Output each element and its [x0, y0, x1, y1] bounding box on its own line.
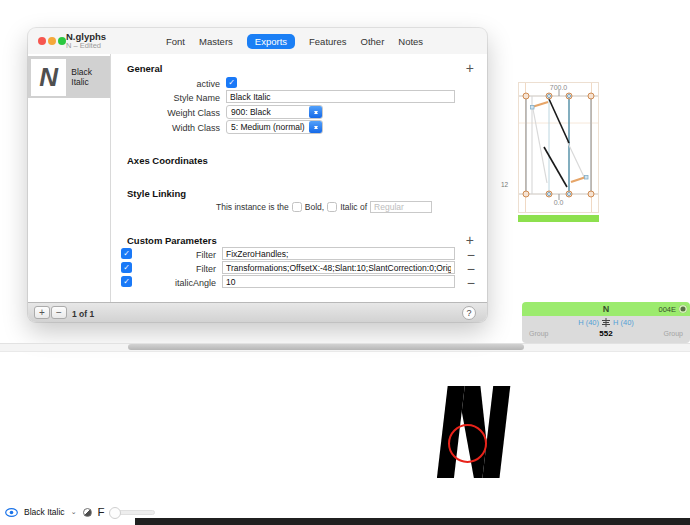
- minimize-window-button[interactable]: [48, 37, 56, 45]
- window-footer: + − 1 of 1 ?: [28, 302, 487, 322]
- left-kerning-value[interactable]: H (40): [578, 318, 599, 327]
- instance-settings-window: N.glyphs N – Edited Font Masters Exports…: [28, 28, 487, 322]
- window-subtitle: N – Edited: [66, 42, 106, 50]
- tab-features[interactable]: Features: [309, 36, 347, 47]
- tab-font[interactable]: Font: [166, 36, 185, 47]
- left-sidebearing-value: 12: [501, 181, 508, 188]
- parameter-value-input[interactable]: [222, 275, 455, 288]
- tab-exports[interactable]: Exports: [247, 34, 295, 49]
- sidebar-item-black-italic[interactable]: N Black Italic: [28, 56, 110, 98]
- right-group-label[interactable]: Group: [664, 330, 683, 337]
- preview-divider-bar: [135, 518, 690, 525]
- weight-class-value: 900: Black: [227, 107, 309, 117]
- tab-notes[interactable]: Notes: [398, 36, 423, 47]
- tab-bar: Font Masters Exports Features Other Note…: [166, 33, 423, 49]
- link-target-input[interactable]: [370, 201, 432, 213]
- zoom-window-button[interactable]: [58, 37, 66, 45]
- glyph-metrics-panel: H (40) H (40) Group 552 Group: [522, 316, 690, 343]
- parameter-value-input[interactable]: [222, 261, 455, 274]
- chevron-updown-icon: [309, 106, 322, 118]
- parameter-label: italicAngle: [112, 278, 216, 288]
- remove-parameter-button[interactable]: −: [467, 250, 475, 260]
- horizontal-scrollbar-thumb[interactable]: [128, 344, 524, 350]
- custom-parameters-heading: Custom Parameters: [127, 235, 217, 246]
- settings-panel: General + active ✓ Style Name Weight Cla…: [112, 54, 487, 302]
- slider-knob[interactable]: [109, 507, 121, 519]
- chevron-updown-icon: [309, 121, 322, 133]
- parameter-label: Filter: [112, 250, 216, 260]
- style-name-input[interactable]: [226, 90, 455, 103]
- titlebar: N.glyphs N – Edited Font Masters Exports…: [28, 28, 487, 54]
- tab-other[interactable]: Other: [361, 36, 385, 47]
- bold-label: Bold,: [305, 202, 324, 212]
- contrast-icon[interactable]: [83, 508, 92, 517]
- help-button[interactable]: ?: [462, 306, 476, 320]
- unicode-value: 004E: [658, 305, 676, 314]
- instance-name-label: Black Italic: [71, 67, 110, 87]
- baseline-value: 0.0: [519, 199, 598, 206]
- parameter-label: Filter: [112, 264, 216, 274]
- preview-f-toggle[interactable]: F: [98, 506, 105, 518]
- bold-checkbox[interactable]: [292, 202, 302, 212]
- general-heading: General: [127, 63, 162, 74]
- instance-thumbnail: N: [31, 59, 66, 96]
- parameter-value-input[interactable]: [222, 247, 455, 260]
- remove-parameter-button[interactable]: −: [467, 264, 475, 274]
- chevron-down-icon: ⌄: [71, 508, 77, 516]
- glyph-outline-drawing: [519, 83, 598, 212]
- preview-bar: Black Italic ⌄ F: [5, 505, 155, 519]
- glyph-info-box: N 004E H (40) H (40) Group 552 Group: [522, 302, 690, 343]
- add-property-button[interactable]: +: [466, 63, 474, 73]
- instances-sidebar: N Black Italic: [28, 54, 111, 302]
- width-class-label: Width Class: [112, 123, 220, 133]
- active-label: active: [112, 79, 220, 89]
- italic-of-label: Italic of: [340, 202, 367, 212]
- right-kerning-value[interactable]: H (40): [613, 318, 634, 327]
- metrics-lock-icon: [602, 318, 610, 327]
- active-checkbox[interactable]: ✓: [226, 77, 237, 88]
- weight-class-select[interactable]: 900: Black: [226, 105, 323, 119]
- glyph-info-header: N 004E: [522, 302, 690, 316]
- width-class-value: 5: Medium (normal): [227, 122, 309, 132]
- unicode-info-icon[interactable]: [679, 305, 687, 313]
- master-color-bar: [518, 215, 599, 222]
- style-name-label: Style Name: [112, 93, 220, 103]
- linking-prefix-label: This instance is the: [216, 202, 289, 212]
- italic-checkbox[interactable]: [327, 202, 337, 212]
- annotation-circle: [448, 424, 487, 463]
- remove-parameter-button[interactable]: −: [467, 278, 475, 288]
- thumbnail-letter: N: [39, 64, 58, 90]
- style-linking-heading: Style Linking: [127, 188, 186, 199]
- width-class-select[interactable]: 5: Medium (normal): [226, 120, 323, 134]
- axes-coordinates-heading: Axes Coordinates: [127, 155, 208, 166]
- style-linking-row: This instance is the Bold, Italic of: [216, 201, 432, 213]
- preview-slider[interactable]: [111, 510, 155, 515]
- remove-instance-button[interactable]: −: [51, 306, 67, 319]
- tab-masters[interactable]: Masters: [199, 36, 233, 47]
- cap-height-value: 700.0: [519, 84, 598, 91]
- instance-count: 1 of 1: [72, 309, 94, 319]
- weight-class-label: Weight Class: [112, 108, 220, 118]
- add-parameter-button[interactable]: +: [466, 235, 474, 245]
- eye-icon[interactable]: [5, 508, 18, 517]
- close-window-button[interactable]: [38, 37, 46, 45]
- glyph-edit-canvas[interactable]: 700.0 0.0: [518, 82, 599, 213]
- preview-instance-select[interactable]: Black Italic: [24, 507, 65, 517]
- add-instance-button[interactable]: +: [34, 306, 50, 319]
